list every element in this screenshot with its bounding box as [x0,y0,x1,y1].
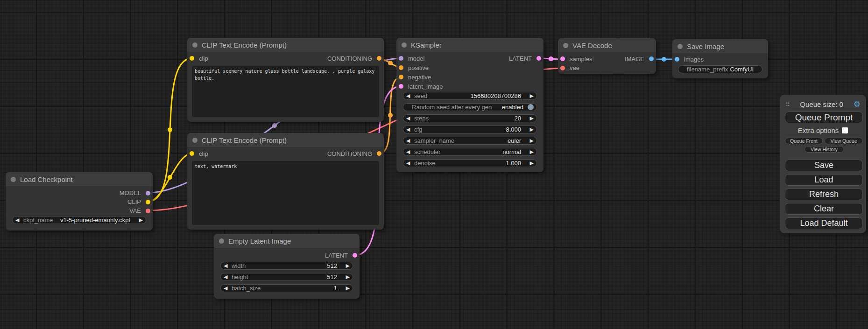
widget-steps[interactable]: ◀ steps 20 ▶ [403,114,537,122]
prompt-textarea[interactable]: text, watermark [192,161,379,225]
widget-height[interactable]: ◀ height 512 ▶ [220,273,353,281]
input-port-negative[interactable] [399,75,403,79]
input-port-clip[interactable] [190,56,194,61]
output-port-conditioning[interactable] [377,56,381,61]
widget-filename-prefix[interactable]: filename_prefix ComfyUI [678,65,762,73]
widget-seed[interactable]: ◀ seed 156680208700286 ▶ [403,92,537,100]
node-title: CLIP Text Encode (Prompt) [202,41,287,49]
output-port-vae[interactable] [146,209,150,213]
increment-arrow[interactable]: ▶ [527,115,534,122]
node-header[interactable]: CLIP Text Encode (Prompt) [187,38,384,52]
input-port-samples[interactable] [560,56,565,61]
collapse-dot[interactable] [677,44,683,49]
output-label-conditioning: CONDITIONING [327,55,372,62]
node-save-image[interactable]: Save Image images filename_prefix ComfyU… [672,39,768,78]
clear-button[interactable]: Clear [785,203,863,215]
extra-options-checkbox[interactable] [842,127,848,133]
node-load-checkpoint-header[interactable]: Load Checkpoint [6,172,153,186]
collapse-dot[interactable] [563,43,568,48]
node-title: CLIP Text Encode (Prompt) [202,136,287,144]
view-history-button[interactable]: View History [804,146,844,153]
output-port-conditioning[interactable] [377,151,381,156]
output-port-model[interactable] [146,191,150,196]
collapse-dot[interactable] [192,42,198,48]
decrement-arrow[interactable]: ◀ [224,285,231,292]
decrement-arrow[interactable]: ◀ [15,217,22,224]
node-clip-text-encode-negative[interactable]: CLIP Text Encode (Prompt) clip CONDITION… [187,133,384,230]
queue-front-button[interactable]: Queue Front [785,138,823,144]
save-button[interactable]: Save [785,160,863,171]
input-label-samples: samples [570,56,592,63]
input-label-positive: positive [408,64,429,71]
output-port-latent[interactable] [353,253,357,258]
view-queue-button[interactable]: View Queue [825,138,863,144]
decrement-arrow[interactable]: ◀ [406,160,413,167]
drag-handle[interactable]: ⠿ [785,101,790,108]
node-header[interactable]: Save Image [672,39,768,53]
node-header[interactable]: CLIP Text Encode (Prompt) [187,133,384,147]
input-port-positive[interactable] [399,65,403,70]
settings-gear-icon[interactable]: ⚙ [854,100,861,108]
random-seed-toggle[interactable] [528,104,534,110]
decrement-arrow[interactable]: ◀ [406,137,413,144]
widget-label: ckpt_name [23,217,60,224]
prompt-textarea[interactable]: beautiful scenery nature glass bottle la… [192,66,379,117]
input-port-vae[interactable] [560,66,565,70]
collapse-dot[interactable] [219,238,224,244]
widget-scheduler[interactable]: ◀ scheduler normal ▶ [403,148,537,156]
increment-arrow[interactable]: ▶ [527,137,534,144]
collapse-dot[interactable] [11,177,16,182]
comfyui-canvas[interactable]: { "colors": { "model": "#B39DDB", "clip"… [0,0,868,329]
node-title: VAE Decode [572,42,612,49]
widget-width[interactable]: ◀ width 512 ▶ [220,262,353,270]
link-dot-conditioning-positive [388,61,393,65]
node-clip-text-encode-positive[interactable]: CLIP Text Encode (Prompt) clip CONDITION… [187,38,384,122]
widget-random-seed[interactable]: Random seed after every gen enabled [403,103,537,111]
increment-arrow[interactable]: ▶ [343,285,350,292]
widget-batch-size[interactable]: ◀ batch_size 1 ▶ [220,284,353,292]
increment-arrow[interactable]: ▶ [343,273,350,280]
link-dot-clip-positive [168,127,172,132]
load-default-button[interactable]: Load Default [785,217,863,229]
input-port-clip[interactable] [190,151,194,156]
widget-cfg[interactable]: ◀ cfg 8.000 ▶ [403,126,537,133]
output-port-clip[interactable] [146,200,150,204]
increment-arrow[interactable]: ▶ [527,126,534,133]
output-port-image[interactable] [649,56,654,61]
node-empty-latent-image[interactable]: Empty Latent Image LATENT ◀ width 512 ▶ … [214,234,360,299]
output-port-latent[interactable] [536,56,541,61]
input-port-model[interactable] [399,56,403,61]
input-label-latent-image: latent_image [408,83,443,90]
widget-denoise[interactable]: ◀ denoise 1.000 ▶ [403,159,537,167]
increment-arrow[interactable]: ▶ [527,92,534,99]
decrement-arrow[interactable]: ◀ [224,262,231,269]
input-port-images[interactable] [675,57,679,62]
node-header[interactable]: KSampler [396,38,543,52]
input-label-clip: clip [199,150,208,157]
node-load-checkpoint[interactable]: Load Checkpoint MODEL CLIP VAE ◀ ckpt_na… [6,172,153,231]
increment-arrow[interactable]: ▶ [343,262,350,269]
input-port-latent-image[interactable] [399,84,403,89]
collapse-dot[interactable] [402,42,407,48]
collapse-dot[interactable] [192,138,198,143]
increment-arrow[interactable]: ▶ [527,160,534,167]
node-header[interactable]: VAE Decode [558,38,656,52]
decrement-arrow[interactable]: ◀ [224,273,231,280]
decrement-arrow[interactable]: ◀ [406,126,413,133]
decrement-arrow[interactable]: ◀ [406,92,413,99]
widget-sampler-name[interactable]: ◀ sampler_name euler ▶ [403,137,537,145]
increment-arrow[interactable]: ▶ [527,148,534,155]
load-button[interactable]: Load [785,174,863,186]
node-header[interactable]: Empty Latent Image [214,234,360,248]
increment-arrow[interactable]: ▶ [136,217,143,224]
queue-panel[interactable]: ⠿ Queue size: 0 ⚙ Queue Prompt Extra opt… [780,95,866,233]
refresh-button[interactable]: Refresh [785,189,863,200]
widget-ckpt-name[interactable]: ◀ ckpt_name v1-5-pruned-emaonly.ckpt ▶ [12,216,146,224]
input-label-negative: negative [408,74,431,81]
decrement-arrow[interactable]: ◀ [406,148,413,155]
queue-prompt-button[interactable]: Queue Prompt [785,112,863,123]
decrement-arrow[interactable]: ◀ [406,115,413,122]
node-vae-decode[interactable]: VAE Decode samples IMAGE vae [558,38,656,74]
node-ksampler[interactable]: KSampler model LATENT positive negative … [396,38,543,172]
queue-size-label: Queue size: 0 [790,100,854,108]
